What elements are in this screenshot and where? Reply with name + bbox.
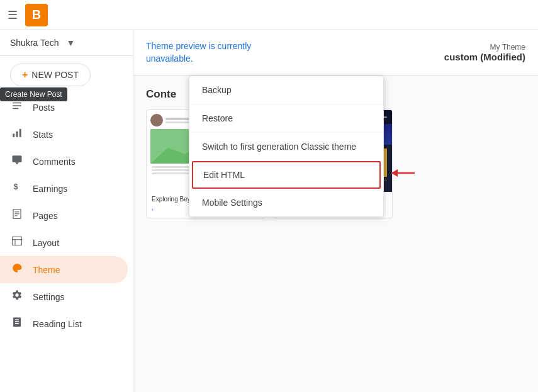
svg-rect-5: [20, 129, 21, 137]
sidebar-item-theme[interactable]: Theme: [0, 256, 128, 283]
stats-icon: [10, 127, 24, 142]
card-avatar: [150, 114, 163, 126]
content-area: Conte: [133, 76, 538, 231]
svg-point-19: [19, 267, 20, 269]
dropdown-item-mobile-settings[interactable]: Mobile Settings: [189, 189, 383, 216]
pages-icon: [10, 208, 24, 223]
reading-list-icon: [10, 316, 24, 331]
svg-rect-12: [14, 215, 18, 216]
reading-list-label: Reading List: [33, 319, 82, 329]
card-arrow-icon: ‹: [152, 206, 154, 213]
sidebar-item-reading-list[interactable]: Reading List: [0, 310, 128, 337]
blog-selector[interactable]: Shukra Tech ▼: [0, 30, 133, 56]
hamburger-menu-icon[interactable]: ☰: [8, 8, 18, 22]
my-theme-name: custom (Modified): [444, 52, 525, 62]
new-post-button[interactable]: + NEW POST: [10, 64, 91, 86]
pages-label: Pages: [33, 211, 58, 221]
svg-rect-13: [13, 237, 22, 245]
my-theme-label: My Theme: [444, 43, 525, 52]
new-post-label: NEW POST: [31, 70, 79, 80]
main-content: Theme preview is currently unavailable. …: [133, 30, 538, 392]
theme-preview-bar: Theme preview is currently unavailable. …: [133, 30, 538, 76]
sidebar-item-stats[interactable]: Stats: [0, 121, 128, 148]
sidebar-item-earnings[interactable]: $ Earnings: [0, 175, 128, 202]
stats-label: Stats: [33, 130, 53, 140]
sidebar-nav: Posts Stats Comments $ Earnings Pages: [0, 94, 133, 337]
comments-label: Comments: [33, 157, 76, 167]
svg-rect-6: [13, 155, 22, 162]
svg-text:$: $: [14, 182, 18, 191]
earnings-label: Earnings: [33, 184, 67, 194]
dropdown-item-switch-classic[interactable]: Switch to first generation Classic theme: [189, 133, 383, 161]
svg-rect-3: [13, 134, 14, 137]
svg-rect-2: [13, 108, 18, 109]
blog-name: Shukra Tech: [10, 38, 67, 48]
svg-rect-11: [14, 213, 20, 214]
theme-icon: [10, 262, 24, 277]
earnings-icon: $: [10, 181, 24, 196]
dropdown-arrow-icon: ▼: [67, 38, 123, 48]
sidebar-item-layout[interactable]: Layout: [0, 229, 128, 256]
dropdown-menu: Backup Restore Switch to first generatio…: [189, 76, 384, 217]
layout-icon: [10, 235, 24, 250]
dropdown-item-backup[interactable]: Backup: [189, 76, 383, 104]
settings-icon: [10, 289, 24, 304]
blogger-logo: B: [25, 4, 48, 26]
svg-point-16: [14, 267, 16, 269]
theme-label: Theme: [33, 265, 60, 275]
svg-rect-1: [13, 105, 21, 106]
dropdown-item-restore[interactable]: Restore: [189, 104, 383, 133]
dropdown-item-edit-html[interactable]: Edit HTML: [192, 161, 381, 189]
sidebar-item-settings[interactable]: Settings: [0, 283, 128, 310]
comments-icon: [10, 154, 24, 169]
plus-icon: +: [22, 69, 28, 81]
sidebar: Shukra Tech ▼ + NEW POST Create New Post…: [0, 30, 133, 392]
sidebar-item-pages[interactable]: Pages: [0, 202, 128, 229]
settings-label: Settings: [33, 292, 65, 302]
svg-point-18: [18, 266, 19, 267]
layout-label: Layout: [33, 238, 59, 248]
svg-rect-10: [14, 211, 20, 212]
app-header: ☰ B: [0, 0, 538, 30]
posts-label: Posts: [33, 103, 55, 113]
svg-point-21: [152, 122, 162, 126]
posts-icon: [10, 100, 24, 115]
sidebar-item-comments[interactable]: Comments: [0, 148, 128, 175]
svg-rect-4: [16, 132, 18, 137]
preview-unavailable-text: Theme preview is currently unavailable.: [146, 40, 251, 65]
svg-marker-7: [15, 162, 19, 165]
svg-point-17: [16, 266, 17, 267]
svg-rect-0: [13, 103, 21, 104]
my-theme-section: My Theme custom (Modified): [444, 43, 525, 62]
svg-point-20: [154, 116, 160, 122]
new-post-tooltip: Create New Post: [0, 87, 67, 101]
